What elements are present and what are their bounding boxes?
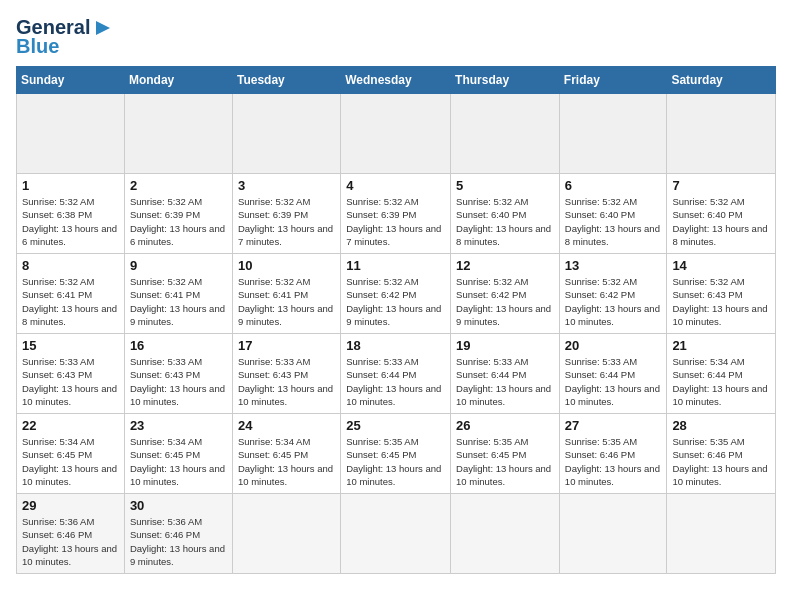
day-number: 11 bbox=[346, 258, 445, 273]
day-number: 22 bbox=[22, 418, 119, 433]
calendar-week-row bbox=[17, 94, 776, 174]
day-number: 28 bbox=[672, 418, 770, 433]
calendar-cell bbox=[667, 494, 776, 574]
calendar-week-row: 15 Sunrise: 5:33 AMSunset: 6:43 PMDaylig… bbox=[17, 334, 776, 414]
calendar-table: SundayMondayTuesdayWednesdayThursdayFrid… bbox=[16, 66, 776, 574]
day-info: Sunrise: 5:33 AMSunset: 6:43 PMDaylight:… bbox=[130, 356, 225, 407]
calendar-cell bbox=[124, 94, 232, 174]
day-info: Sunrise: 5:32 AMSunset: 6:41 PMDaylight:… bbox=[238, 276, 333, 327]
day-number: 29 bbox=[22, 498, 119, 513]
calendar-header-wednesday: Wednesday bbox=[341, 67, 451, 94]
calendar-cell: 20 Sunrise: 5:33 AMSunset: 6:44 PMDaylig… bbox=[559, 334, 667, 414]
day-number: 10 bbox=[238, 258, 335, 273]
calendar-cell: 17 Sunrise: 5:33 AMSunset: 6:43 PMDaylig… bbox=[232, 334, 340, 414]
day-info: Sunrise: 5:32 AMSunset: 6:40 PMDaylight:… bbox=[456, 196, 551, 247]
calendar-week-row: 22 Sunrise: 5:34 AMSunset: 6:45 PMDaylig… bbox=[17, 414, 776, 494]
calendar-cell: 15 Sunrise: 5:33 AMSunset: 6:43 PMDaylig… bbox=[17, 334, 125, 414]
calendar-cell: 19 Sunrise: 5:33 AMSunset: 6:44 PMDaylig… bbox=[451, 334, 560, 414]
day-number: 19 bbox=[456, 338, 554, 353]
day-info: Sunrise: 5:33 AMSunset: 6:44 PMDaylight:… bbox=[565, 356, 660, 407]
svg-marker-0 bbox=[96, 21, 110, 35]
day-number: 1 bbox=[22, 178, 119, 193]
calendar-week-row: 1 Sunrise: 5:32 AMSunset: 6:38 PMDayligh… bbox=[17, 174, 776, 254]
calendar-header-row: SundayMondayTuesdayWednesdayThursdayFrid… bbox=[17, 67, 776, 94]
calendar-cell: 18 Sunrise: 5:33 AMSunset: 6:44 PMDaylig… bbox=[341, 334, 451, 414]
calendar-header-sunday: Sunday bbox=[17, 67, 125, 94]
day-number: 16 bbox=[130, 338, 227, 353]
day-number: 27 bbox=[565, 418, 662, 433]
calendar-cell: 16 Sunrise: 5:33 AMSunset: 6:43 PMDaylig… bbox=[124, 334, 232, 414]
day-info: Sunrise: 5:32 AMSunset: 6:42 PMDaylight:… bbox=[565, 276, 660, 327]
calendar-cell: 21 Sunrise: 5:34 AMSunset: 6:44 PMDaylig… bbox=[667, 334, 776, 414]
day-number: 5 bbox=[456, 178, 554, 193]
day-info: Sunrise: 5:32 AMSunset: 6:39 PMDaylight:… bbox=[346, 196, 441, 247]
calendar-cell: 24 Sunrise: 5:34 AMSunset: 6:45 PMDaylig… bbox=[232, 414, 340, 494]
calendar-cell bbox=[341, 494, 451, 574]
day-info: Sunrise: 5:35 AMSunset: 6:46 PMDaylight:… bbox=[672, 436, 767, 487]
day-number: 21 bbox=[672, 338, 770, 353]
day-number: 7 bbox=[672, 178, 770, 193]
calendar-cell: 14 Sunrise: 5:32 AMSunset: 6:43 PMDaylig… bbox=[667, 254, 776, 334]
day-info: Sunrise: 5:33 AMSunset: 6:44 PMDaylight:… bbox=[456, 356, 551, 407]
day-number: 9 bbox=[130, 258, 227, 273]
calendar-week-row: 29 Sunrise: 5:36 AMSunset: 6:46 PMDaylig… bbox=[17, 494, 776, 574]
calendar-cell bbox=[559, 94, 667, 174]
day-info: Sunrise: 5:32 AMSunset: 6:40 PMDaylight:… bbox=[565, 196, 660, 247]
calendar-cell: 6 Sunrise: 5:32 AMSunset: 6:40 PMDayligh… bbox=[559, 174, 667, 254]
day-info: Sunrise: 5:36 AMSunset: 6:46 PMDaylight:… bbox=[130, 516, 225, 567]
day-info: Sunrise: 5:32 AMSunset: 6:43 PMDaylight:… bbox=[672, 276, 767, 327]
day-number: 18 bbox=[346, 338, 445, 353]
day-info: Sunrise: 5:32 AMSunset: 6:38 PMDaylight:… bbox=[22, 196, 117, 247]
logo: General Blue bbox=[16, 16, 114, 58]
calendar-cell: 12 Sunrise: 5:32 AMSunset: 6:42 PMDaylig… bbox=[451, 254, 560, 334]
calendar-cell: 23 Sunrise: 5:34 AMSunset: 6:45 PMDaylig… bbox=[124, 414, 232, 494]
calendar-cell: 8 Sunrise: 5:32 AMSunset: 6:41 PMDayligh… bbox=[17, 254, 125, 334]
calendar-cell: 4 Sunrise: 5:32 AMSunset: 6:39 PMDayligh… bbox=[341, 174, 451, 254]
calendar-cell bbox=[451, 494, 560, 574]
calendar-cell: 1 Sunrise: 5:32 AMSunset: 6:38 PMDayligh… bbox=[17, 174, 125, 254]
calendar-cell: 5 Sunrise: 5:32 AMSunset: 6:40 PMDayligh… bbox=[451, 174, 560, 254]
calendar-header-monday: Monday bbox=[124, 67, 232, 94]
calendar-header-saturday: Saturday bbox=[667, 67, 776, 94]
calendar-cell: 27 Sunrise: 5:35 AMSunset: 6:46 PMDaylig… bbox=[559, 414, 667, 494]
calendar-cell bbox=[451, 94, 560, 174]
day-number: 23 bbox=[130, 418, 227, 433]
calendar-week-row: 8 Sunrise: 5:32 AMSunset: 6:41 PMDayligh… bbox=[17, 254, 776, 334]
day-number: 4 bbox=[346, 178, 445, 193]
day-number: 13 bbox=[565, 258, 662, 273]
calendar-cell: 9 Sunrise: 5:32 AMSunset: 6:41 PMDayligh… bbox=[124, 254, 232, 334]
calendar-cell bbox=[232, 494, 340, 574]
calendar-cell: 11 Sunrise: 5:32 AMSunset: 6:42 PMDaylig… bbox=[341, 254, 451, 334]
calendar-cell bbox=[232, 94, 340, 174]
day-info: Sunrise: 5:35 AMSunset: 6:45 PMDaylight:… bbox=[346, 436, 441, 487]
day-number: 8 bbox=[22, 258, 119, 273]
logo-blue-text: Blue bbox=[16, 35, 59, 58]
day-info: Sunrise: 5:32 AMSunset: 6:39 PMDaylight:… bbox=[238, 196, 333, 247]
day-info: Sunrise: 5:32 AMSunset: 6:40 PMDaylight:… bbox=[672, 196, 767, 247]
day-number: 14 bbox=[672, 258, 770, 273]
calendar-cell: 26 Sunrise: 5:35 AMSunset: 6:45 PMDaylig… bbox=[451, 414, 560, 494]
calendar-cell: 29 Sunrise: 5:36 AMSunset: 6:46 PMDaylig… bbox=[17, 494, 125, 574]
day-number: 20 bbox=[565, 338, 662, 353]
day-info: Sunrise: 5:34 AMSunset: 6:45 PMDaylight:… bbox=[130, 436, 225, 487]
day-number: 30 bbox=[130, 498, 227, 513]
day-info: Sunrise: 5:32 AMSunset: 6:41 PMDaylight:… bbox=[22, 276, 117, 327]
calendar-header-tuesday: Tuesday bbox=[232, 67, 340, 94]
calendar-cell: 7 Sunrise: 5:32 AMSunset: 6:40 PMDayligh… bbox=[667, 174, 776, 254]
day-info: Sunrise: 5:34 AMSunset: 6:45 PMDaylight:… bbox=[22, 436, 117, 487]
day-number: 15 bbox=[22, 338, 119, 353]
calendar-cell bbox=[559, 494, 667, 574]
day-info: Sunrise: 5:35 AMSunset: 6:45 PMDaylight:… bbox=[456, 436, 551, 487]
day-number: 26 bbox=[456, 418, 554, 433]
calendar-cell: 2 Sunrise: 5:32 AMSunset: 6:39 PMDayligh… bbox=[124, 174, 232, 254]
calendar-cell: 28 Sunrise: 5:35 AMSunset: 6:46 PMDaylig… bbox=[667, 414, 776, 494]
calendar-cell: 10 Sunrise: 5:32 AMSunset: 6:41 PMDaylig… bbox=[232, 254, 340, 334]
day-info: Sunrise: 5:32 AMSunset: 6:39 PMDaylight:… bbox=[130, 196, 225, 247]
calendar-cell: 13 Sunrise: 5:32 AMSunset: 6:42 PMDaylig… bbox=[559, 254, 667, 334]
day-number: 25 bbox=[346, 418, 445, 433]
calendar-cell: 3 Sunrise: 5:32 AMSunset: 6:39 PMDayligh… bbox=[232, 174, 340, 254]
calendar-cell bbox=[17, 94, 125, 174]
day-info: Sunrise: 5:36 AMSunset: 6:46 PMDaylight:… bbox=[22, 516, 117, 567]
logo-triangle-icon bbox=[92, 17, 114, 39]
day-info: Sunrise: 5:33 AMSunset: 6:43 PMDaylight:… bbox=[238, 356, 333, 407]
